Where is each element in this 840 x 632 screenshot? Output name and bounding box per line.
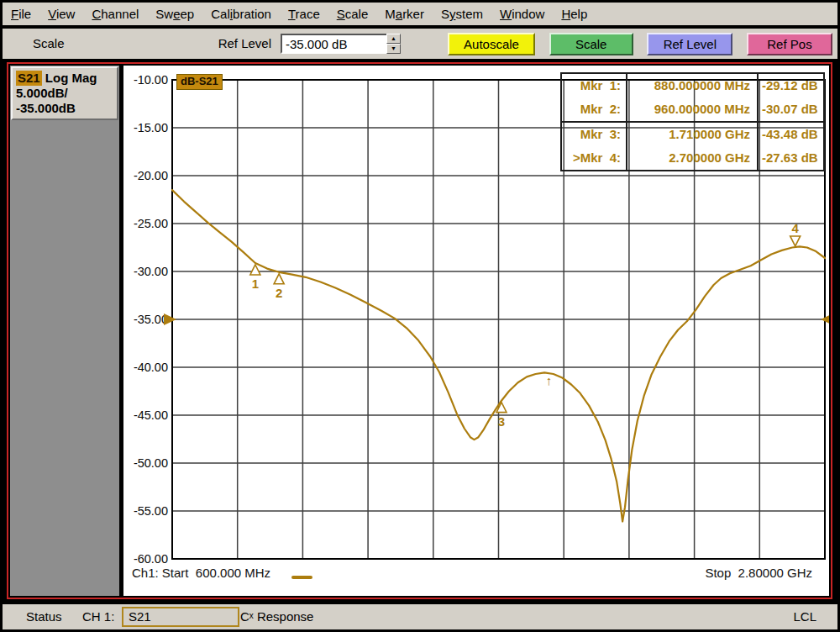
y-axis-tick-label: -25.00 bbox=[134, 217, 168, 230]
marker-group: Mkr 3:1.710000 GHz-43.48 dB>Mkr 4:2.7000… bbox=[560, 121, 825, 171]
status-label: Status bbox=[26, 609, 62, 624]
menu-scale[interactable]: Scale bbox=[328, 3, 377, 24]
toolbar-mode-label: Scale bbox=[33, 36, 65, 50]
cal-status-label: Cˣ Response bbox=[240, 609, 313, 624]
trace-scale-label: 5.000dB/ bbox=[16, 86, 113, 101]
trace-param-badge: S21 bbox=[16, 71, 42, 86]
autoscale-button[interactable]: Autoscale bbox=[448, 33, 535, 55]
marker-frequency: 960.000000 MHz bbox=[626, 97, 757, 121]
toolbar-buttons: AutoscaleScaleRef LevelRef Pos bbox=[448, 33, 832, 55]
y-axis-tick-label: -35.00 bbox=[134, 313, 168, 326]
y-axis-tick-label: -10.00 bbox=[134, 73, 168, 87]
stop-frequency-label: Stop 2.80000 GHz bbox=[705, 566, 812, 580]
peak-arrow-indicator: ↑ bbox=[546, 373, 553, 387]
trace-color-legend bbox=[291, 576, 312, 579]
trace-status-panel: S21 Log Mag 5.000dB/ -35.000dB bbox=[10, 66, 119, 596]
marker-readout-table: Mkr 1:880.000000 MHz-29.12 dBMkr 2:960.0… bbox=[560, 72, 825, 171]
y-axis-tick-label: -60.00 bbox=[134, 552, 168, 566]
ref-level-arrow-left bbox=[164, 313, 176, 325]
y-axis-tick-label: -15.00 bbox=[134, 121, 168, 134]
active-trace-box: S21 bbox=[122, 607, 239, 627]
marker-value: -27.63 dB bbox=[757, 146, 823, 170]
marker-3-number: 3 bbox=[498, 414, 505, 429]
scale-button[interactable]: Scale bbox=[549, 33, 633, 55]
trace-reflevel-label: -35.000dB bbox=[16, 101, 113, 116]
menu-trace[interactable]: Trace bbox=[280, 3, 328, 24]
menu-sweep[interactable]: Sweep bbox=[147, 3, 202, 24]
marker-frequency: 1.710000 GHz bbox=[626, 123, 757, 146]
ref-level-spinner: ▲ ▼ bbox=[386, 34, 401, 54]
menu-bar: FileViewChannelSweepCalibrationTraceScal… bbox=[3, 3, 837, 27]
local-mode-label: LCL bbox=[793, 609, 816, 624]
vna-application-window: { "menu": { "items": [ {"label": "File",… bbox=[0, 0, 840, 632]
ref-level-button[interactable]: Ref Level bbox=[647, 33, 732, 55]
marker-readout-row: Mkr 3:1.710000 GHz-43.48 dB bbox=[562, 123, 823, 146]
marker-value: -43.48 dB bbox=[757, 123, 823, 146]
menu-channel[interactable]: Channel bbox=[83, 3, 147, 24]
y-axis-tick-label: -20.00 bbox=[134, 169, 168, 182]
marker-frequency: 2.700000 GHz bbox=[626, 146, 757, 170]
chart-title-badge: dB-S21 bbox=[176, 74, 223, 90]
marker-readout-row: >Mkr 4:2.700000 GHz-27.63 dB bbox=[562, 146, 823, 170]
menu-help[interactable]: Help bbox=[553, 3, 596, 24]
marker-group: Mkr 1:880.000000 MHz-29.12 dBMkr 2:960.0… bbox=[560, 72, 825, 123]
marker-label: Mkr 2: bbox=[562, 97, 626, 121]
ref-level-input[interactable] bbox=[281, 34, 388, 54]
marker-1-number: 1 bbox=[252, 276, 259, 291]
trace-info-box[interactable]: S21 Log Mag 5.000dB/ -35.000dB bbox=[11, 66, 118, 120]
marker-value: -30.07 dB bbox=[757, 97, 823, 121]
marker-readout-row: Mkr 1:880.000000 MHz-29.12 dB bbox=[562, 74, 823, 97]
trace-format-label: Log Mag bbox=[42, 71, 97, 85]
channel-label: CH 1: bbox=[82, 609, 114, 624]
marker-label: Mkr 3: bbox=[562, 123, 626, 146]
menu-file[interactable]: File bbox=[3, 3, 39, 24]
marker-label: Mkr 1: bbox=[562, 74, 626, 97]
chart-panel: -10.00-15.00-20.00-25.00-30.00-35.00-40.… bbox=[123, 66, 829, 596]
y-axis-tick-label: -30.00 bbox=[134, 265, 168, 278]
y-axis-tick-label: -50.00 bbox=[134, 456, 168, 470]
scale-toolbar: Scale Ref Level ▲ ▼ AutoscaleScaleRef Le… bbox=[3, 29, 837, 59]
marker-readout-row: Mkr 2:960.000000 MHz-30.07 dB bbox=[562, 97, 823, 121]
marker-4-number: 4 bbox=[792, 221, 800, 235]
marker-value: -29.12 dB bbox=[757, 74, 823, 97]
trace-info-line1: S21 Log Mag bbox=[16, 71, 113, 86]
y-axis-tick-label: -45.00 bbox=[134, 408, 168, 422]
ref-level-label: Ref Level bbox=[204, 36, 271, 50]
y-axis-tick-label: -40.00 bbox=[134, 361, 168, 374]
marker-1-triangle bbox=[250, 265, 260, 275]
menu-calibration[interactable]: Calibration bbox=[202, 3, 280, 24]
start-frequency-label: Ch1: Start 600.000 MHz bbox=[132, 566, 270, 580]
spinner-up-button[interactable]: ▲ bbox=[386, 34, 401, 44]
ref-pos-button[interactable]: Ref Pos bbox=[747, 33, 832, 55]
spinner-down-button[interactable]: ▼ bbox=[386, 44, 401, 54]
y-axis-tick-label: -55.00 bbox=[134, 504, 168, 518]
marker-2-triangle bbox=[274, 274, 284, 284]
sweep-range-labels: Ch1: Start 600.000 MHz Stop 2.80000 GHz bbox=[123, 566, 829, 584]
status-bar: Status CH 1: S21 Cˣ Response LCL bbox=[3, 604, 837, 629]
display-area: S21 Log Mag 5.000dB/ -35.000dB -10.00-15… bbox=[7, 62, 832, 599]
marker-frequency: 880.000000 MHz bbox=[626, 74, 757, 97]
menu-marker[interactable]: Marker bbox=[376, 3, 433, 24]
menu-window[interactable]: Window bbox=[491, 3, 553, 24]
marker-2-number: 2 bbox=[276, 286, 282, 300]
marker-label: >Mkr 4: bbox=[562, 146, 626, 170]
menu-view[interactable]: View bbox=[39, 3, 83, 24]
marker-4-triangle bbox=[790, 236, 801, 246]
menu-system[interactable]: System bbox=[433, 3, 491, 24]
